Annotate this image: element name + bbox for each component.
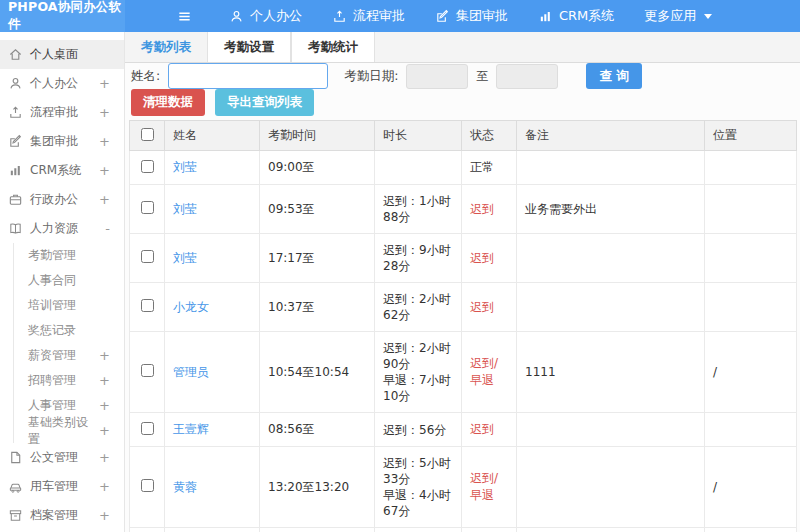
sidebar-subitem-label: 奖惩记录	[28, 322, 76, 339]
table-row: 王壹辉 10:02至 迟到：2小时03分 迟到	[130, 528, 797, 532]
col-header-time: 考勤时间	[260, 121, 375, 151]
table-row: 王壹辉 08:56至 迟到：56分 迟到	[130, 413, 797, 447]
duration: 迟到：9小时28分	[375, 234, 462, 283]
attendance-time: 10:54至10:54	[260, 332, 375, 413]
col-header-remark: 备注	[517, 121, 705, 151]
table-row: 刘莹 09:00至 正常	[130, 151, 797, 185]
hamburger-menu-button[interactable]	[167, 0, 202, 32]
location	[705, 234, 797, 283]
attendance-time: 09:00至	[260, 151, 375, 185]
row-checkbox[interactable]	[141, 422, 154, 435]
row-checkbox[interactable]	[141, 160, 154, 173]
expand-indicator[interactable]: +	[99, 374, 110, 387]
location: /	[705, 332, 797, 413]
expand-indicator[interactable]: +	[99, 164, 110, 177]
expand-indicator[interactable]: +	[99, 451, 110, 464]
employee-link[interactable]: 小龙女	[173, 300, 209, 314]
nav-item-personal-office[interactable]: 个人办公	[214, 0, 317, 32]
expand-indicator[interactable]: +	[99, 399, 110, 412]
date-to-input[interactable]	[496, 64, 558, 89]
remark: 业务需要外出	[517, 185, 705, 234]
sidebar-subitem-training-mgmt[interactable]: 培训管理	[14, 293, 124, 318]
edit-icon	[8, 134, 23, 149]
nav-item-group-approval[interactable]: 集团审批	[420, 0, 523, 32]
remark	[517, 447, 705, 528]
row-checkbox[interactable]	[141, 250, 154, 263]
nav-item-crm[interactable]: CRM系统	[523, 0, 629, 32]
row-checkbox[interactable]	[141, 479, 154, 492]
nav-item-label: CRM系统	[559, 7, 614, 25]
row-checkbox[interactable]	[141, 364, 154, 377]
sidebar-subitem-hr-contract[interactable]: 人事合同	[14, 268, 124, 293]
expand-indicator[interactable]: +	[99, 509, 110, 522]
sidebar-item-label: CRM系统	[30, 162, 81, 179]
location: /	[705, 447, 797, 528]
duration: 迟到：2小时03分	[375, 528, 462, 532]
employee-link[interactable]: 刘莹	[173, 251, 197, 265]
table-row: 刘莹 09:53至 迟到：1小时88分 迟到 业务需要外出	[130, 185, 797, 234]
collapse-indicator[interactable]: -	[105, 222, 110, 235]
row-checkbox[interactable]	[141, 299, 154, 312]
name-label: 姓名:	[131, 68, 160, 85]
nav-item-more-apps[interactable]: 更多应用	[629, 0, 727, 32]
sidebar-subitem-base-category[interactable]: 基础类别设置 +	[14, 418, 124, 443]
action-buttons: 清理数据 导出查询列表	[125, 89, 800, 116]
expand-indicator[interactable]: +	[99, 106, 110, 119]
sidebar-item-admin-office[interactable]: 行政办公 +	[0, 185, 124, 214]
expand-indicator[interactable]: +	[99, 193, 110, 206]
sidebar-item-label: 用车管理	[30, 478, 78, 495]
nav-item-label: 流程审批	[353, 7, 405, 25]
sidebar-item-vehicle-mgmt[interactable]: 用车管理 +	[0, 472, 124, 501]
location	[705, 528, 797, 532]
chart-icon	[538, 9, 553, 24]
export-list-button[interactable]: 导出查询列表	[215, 89, 314, 116]
clean-data-button[interactable]: 清理数据	[131, 89, 205, 116]
sidebar-subitem-label: 考勤管理	[28, 247, 76, 264]
duration: 迟到：1小时88分	[375, 185, 462, 234]
sidebar-item-personal-desktop[interactable]: 个人桌面	[0, 40, 124, 69]
edit-icon	[435, 9, 450, 24]
location	[705, 413, 797, 447]
sidebar-subitem-label: 薪资管理	[28, 347, 76, 364]
sidebar-item-group-approval[interactable]: 集团审批 +	[0, 127, 124, 156]
search-button[interactable]: 查 询	[586, 63, 641, 89]
sidebar-subitem-label: 人事管理	[28, 397, 76, 414]
employee-link[interactable]: 王壹辉	[173, 422, 209, 436]
expand-indicator[interactable]: +	[99, 135, 110, 148]
employee-link[interactable]: 管理员	[173, 365, 209, 379]
sidebar-item-human-resources[interactable]: 人力资源 -	[0, 214, 124, 243]
date-from-input[interactable]	[406, 64, 468, 89]
sidebar-item-crm[interactable]: CRM系统 +	[0, 156, 124, 185]
sidebar-item-personal-office[interactable]: 个人办公 +	[0, 69, 124, 98]
user-icon	[229, 9, 244, 24]
name-input[interactable]	[168, 63, 328, 89]
sidebar-item-label: 档案管理	[30, 507, 78, 524]
sidebar-item-workflow-approval[interactable]: 流程审批 +	[0, 98, 124, 127]
sidebar-item-archive-mgmt[interactable]: 档案管理 +	[0, 501, 124, 530]
remark	[517, 234, 705, 283]
expand-indicator[interactable]: +	[99, 349, 110, 362]
sidebar-subitem-attendance-mgmt[interactable]: 考勤管理	[14, 243, 124, 268]
employee-link[interactable]: 黄蓉	[173, 480, 197, 494]
briefcase-icon	[8, 192, 23, 207]
expand-indicator[interactable]: +	[99, 424, 110, 437]
nav-item-workflow-approval[interactable]: 流程审批	[317, 0, 420, 32]
attendance-time: 08:56至	[260, 413, 375, 447]
sidebar-subitem-recruit-mgmt[interactable]: 招聘管理 +	[14, 368, 124, 393]
attendance-time: 13:20至13:20	[260, 447, 375, 528]
employee-link[interactable]: 刘莹	[173, 202, 197, 216]
tab-attendance-stats[interactable]: 考勤统计	[291, 32, 375, 62]
col-header-status: 状态	[462, 121, 517, 151]
expand-indicator[interactable]: +	[99, 77, 110, 90]
select-all-checkbox[interactable]	[141, 128, 154, 141]
tab-attendance-settings[interactable]: 考勤设置	[207, 32, 291, 62]
row-checkbox[interactable]	[141, 201, 154, 214]
employee-link[interactable]: 刘莹	[173, 160, 197, 174]
sidebar-subitem-salary-mgmt[interactable]: 薪资管理 +	[14, 343, 124, 368]
sidebar-item-label: 流程审批	[30, 104, 78, 121]
sidebar-subitem-reward-punish[interactable]: 奖惩记录	[14, 318, 124, 343]
status-text: 迟到	[462, 234, 517, 283]
expand-indicator[interactable]: +	[99, 480, 110, 493]
remark	[517, 151, 705, 185]
tab-attendance-list[interactable]: 考勤列表	[125, 32, 207, 62]
